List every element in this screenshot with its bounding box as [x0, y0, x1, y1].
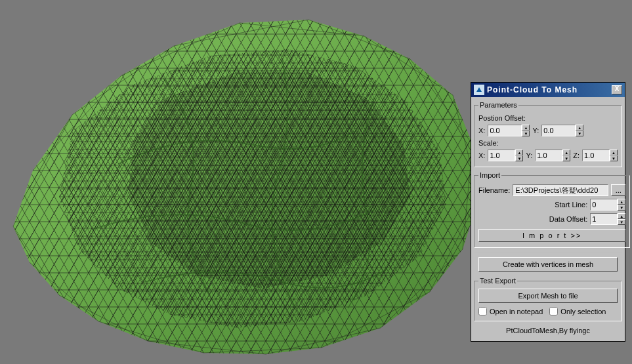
spin-up-icon[interactable]: ▲ [576, 125, 583, 131]
export-mesh-button[interactable]: Export Mesh to file [478, 289, 618, 303]
offset-x-input[interactable] [488, 125, 522, 136]
window-title: Point-Cloud To Mesh [487, 85, 612, 94]
parameters-group: Parameters Postion Offset: X: ▲▼ Y: ▲▼ S… [474, 101, 622, 167]
data-offset-spinner[interactable]: ▲▼ [590, 213, 625, 225]
import-group: Import Filename: ... Start Line: ▲▼ Data… [474, 171, 630, 248]
offset-x-spinner[interactable]: ▲▼ [488, 125, 530, 136]
data-offset-input[interactable] [590, 213, 618, 225]
scale-y-input[interactable] [535, 150, 562, 161]
spin-down-icon[interactable]: ▼ [522, 131, 530, 136]
create-vertices-button[interactable]: Create with vertices in mesh [478, 257, 618, 272]
start-line-input[interactable] [590, 199, 618, 211]
offset-y-spinner[interactable]: ▲▼ [541, 125, 583, 136]
start-line-label: Start Line: [555, 201, 587, 209]
open-notepad-label: Open in notepad [490, 308, 543, 315]
only-selection-input[interactable] [549, 307, 558, 315]
only-selection-checkbox[interactable]: Only selection [549, 307, 606, 315]
scale-z-spinner[interactable]: ▲▼ [582, 150, 618, 161]
filename-label: Filename: [478, 186, 510, 194]
import-button[interactable]: I m p o r t >> [478, 229, 625, 242]
app-icon [474, 85, 484, 95]
data-offset-label: Data Offset: [549, 215, 588, 223]
only-selection-label: Only selection [560, 308, 606, 315]
parameters-legend: Parameters [478, 101, 518, 109]
point-cloud-panel: Point-Cloud To Mesh X Parameters Postion… [471, 82, 625, 342]
scale-x-spinner[interactable]: ▲▼ [488, 150, 523, 161]
scale-z-input[interactable] [582, 150, 610, 161]
y-label: Y: [532, 127, 539, 134]
start-line-spinner[interactable]: ▲▼ [590, 199, 625, 211]
spin-up-icon[interactable]: ▲ [522, 125, 530, 131]
x-label: X: [478, 127, 485, 134]
spin-down-icon[interactable]: ▼ [576, 131, 583, 136]
scale-x-input[interactable] [488, 150, 515, 161]
scale-z-label: Z: [573, 152, 579, 159]
browse-button[interactable]: ... [611, 184, 625, 196]
spin-up-icon[interactable]: ▲ [515, 150, 523, 155]
spin-down-icon[interactable]: ▼ [562, 155, 570, 161]
scale-y-label: Y: [526, 152, 532, 159]
filename-input[interactable] [513, 184, 608, 196]
test-export-group: Test Export Export Mesh to file Open in … [474, 277, 622, 321]
spin-up-icon[interactable]: ▲ [618, 213, 625, 219]
spin-down-icon[interactable]: ▼ [610, 155, 618, 161]
position-offset-label: Postion Offset: [478, 114, 526, 122]
titlebar[interactable]: Point-Cloud To Mesh X [471, 83, 625, 97]
credit-text: PtCloudToMesh,By flyingc [474, 327, 622, 334]
spin-up-icon[interactable]: ▲ [562, 150, 570, 155]
spin-down-icon[interactable]: ▼ [618, 205, 625, 211]
spin-up-icon[interactable]: ▲ [618, 199, 625, 205]
open-notepad-checkbox[interactable]: Open in notepad [478, 307, 543, 315]
scale-x-label: X: [478, 152, 485, 159]
close-icon: X [615, 85, 620, 92]
open-notepad-input[interactable] [478, 307, 487, 315]
spin-down-icon[interactable]: ▼ [515, 155, 523, 161]
spin-up-icon[interactable]: ▲ [610, 150, 618, 155]
import-legend: Import [478, 171, 501, 179]
scale-y-spinner[interactable]: ▲▼ [535, 150, 570, 161]
close-button[interactable]: X [612, 85, 622, 94]
test-export-legend: Test Export [478, 277, 517, 285]
spin-down-icon[interactable]: ▼ [618, 219, 625, 225]
scale-label: Scale: [478, 139, 499, 147]
divider [474, 252, 622, 253]
offset-y-input[interactable] [541, 125, 576, 136]
